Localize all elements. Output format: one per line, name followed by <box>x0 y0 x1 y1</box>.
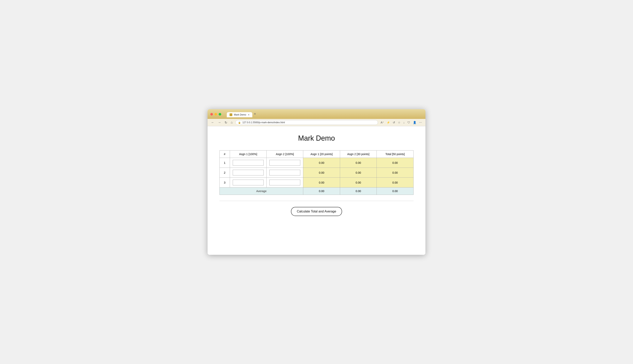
minimize-button[interactable] <box>215 113 217 116</box>
grade-table: # Asgn 1 [100%] Asgn 2 [100%] Asgn 1 [20… <box>220 150 413 195</box>
back-button[interactable]: ← <box>210 120 215 125</box>
refresh-button[interactable]: ↻ <box>224 120 228 125</box>
row-2-asgn2-pts: 0.00 <box>340 168 376 178</box>
table-row: 2 0.00 0.00 0.00 <box>220 168 413 178</box>
row-3-asgn2-pts: 0.00 <box>340 178 376 188</box>
reader-mode-button[interactable]: A⁺ <box>380 120 385 124</box>
average-total-pts: 0.00 <box>377 188 413 195</box>
row-3-asgn1-pts: 0.00 <box>303 178 340 188</box>
browser-window: Mark Demo ✕ + ← → ↻ ⌂ 🔒 127.0.0.1:5500/j… <box>207 109 426 255</box>
url-display: 127.0.0.1:5500/js-mark-demo/index.html <box>243 121 285 124</box>
row-1-asgn2-pts: 0.00 <box>340 158 376 168</box>
shield-button[interactable]: 🛡 <box>407 120 411 124</box>
row-2-asgn2-input-cell <box>267 168 303 178</box>
address-bar[interactable]: 🔒 127.0.0.1:5500/js-mark-demo/index.html <box>236 120 378 125</box>
lock-icon: 🔒 <box>238 121 241 124</box>
tab-bar: Mark Demo ✕ + <box>227 111 258 117</box>
page-title: Mark Demo <box>220 134 413 142</box>
close-button[interactable] <box>210 113 213 116</box>
row-1-total-pts: 0.00 <box>377 158 413 168</box>
row-2-asgn1-input-cell <box>230 168 266 178</box>
extensions-button[interactable]: ⚡ <box>386 120 391 124</box>
average-label: Average <box>220 188 303 195</box>
col-header-asgn1-pts: Asgn 1 [20 points] <box>303 150 340 158</box>
row-id-3: 3 <box>220 178 230 188</box>
forward-button[interactable]: → <box>217 120 222 125</box>
table-header-row: # Asgn 1 [100%] Asgn 2 [100%] Asgn 1 [20… <box>220 150 413 158</box>
col-header-total-pts: Total [50 points] <box>377 150 413 158</box>
row-3-asgn2-input-cell <box>267 178 303 188</box>
row-3-total-pts: 0.00 <box>377 178 413 188</box>
row-3-asgn2-input[interactable] <box>269 180 300 185</box>
row-1-asgn1-input[interactable] <box>233 160 264 166</box>
col-header-hash: # <box>220 150 230 158</box>
active-tab[interactable]: Mark Demo ✕ <box>227 112 252 117</box>
separator <box>220 201 413 201</box>
tab-favicon <box>230 113 232 116</box>
row-3-asgn1-input[interactable] <box>233 180 264 185</box>
profile-button[interactable]: 👤 <box>412 120 417 124</box>
favorites-button[interactable]: ☆ <box>397 120 401 124</box>
row-2-asgn1-input[interactable] <box>233 170 264 176</box>
menu-button[interactable]: ⋯ <box>418 120 423 124</box>
home-button[interactable]: ⌂ <box>230 120 234 125</box>
row-1-asgn2-input-cell <box>267 158 303 168</box>
row-id-1: 1 <box>220 158 230 168</box>
row-2-total-pts: 0.00 <box>377 168 413 178</box>
tab-label: Mark Demo <box>234 113 246 116</box>
col-header-asgn1-pct: Asgn 1 [100%] <box>230 150 266 158</box>
row-2-asgn1-pts: 0.00 <box>303 168 340 178</box>
row-1-asgn2-input[interactable] <box>269 160 300 166</box>
average-asgn2-pts: 0.00 <box>340 188 376 195</box>
table-row: 1 0.00 0.00 0.00 <box>220 158 413 168</box>
col-header-asgn2-pts: Asgn 2 [30 points] <box>340 150 376 158</box>
row-1-asgn1-input-cell <box>230 158 266 168</box>
downloads-button[interactable]: ↓ <box>402 120 405 124</box>
nav-actions: A⁺ ⚡ ↺ ☆ ↓ 🛡 👤 ⋯ <box>380 120 423 124</box>
calculate-button[interactable]: Calculate Total and Average <box>291 207 342 216</box>
page-content: Mark Demo # Asgn 1 [100%] Asgn 2 [100%] … <box>207 126 426 255</box>
reload-button[interactable]: ↺ <box>392 120 396 124</box>
browser-controls: Mark Demo ✕ + <box>210 111 423 117</box>
row-2-asgn2-input[interactable] <box>269 170 300 176</box>
row-id-2: 2 <box>220 168 230 178</box>
row-3-asgn1-input-cell <box>230 178 266 188</box>
col-header-asgn2-pct: Asgn 2 [100%] <box>267 150 303 158</box>
table-row: 3 0.00 0.00 0.00 <box>220 178 413 188</box>
browser-nav: ← → ↻ ⌂ 🔒 127.0.0.1:5500/js-mark-demo/in… <box>207 119 426 126</box>
average-asgn1-pts: 0.00 <box>303 188 340 195</box>
maximize-button[interactable] <box>219 113 221 116</box>
average-row: Average 0.00 0.00 0.00 <box>220 188 413 195</box>
row-1-asgn1-pts: 0.00 <box>303 158 340 168</box>
new-tab-button[interactable]: + <box>252 111 258 117</box>
button-container: Calculate Total and Average <box>220 207 413 216</box>
browser-titlebar: Mark Demo ✕ + <box>207 109 426 119</box>
tab-close-icon[interactable]: ✕ <box>248 114 250 116</box>
